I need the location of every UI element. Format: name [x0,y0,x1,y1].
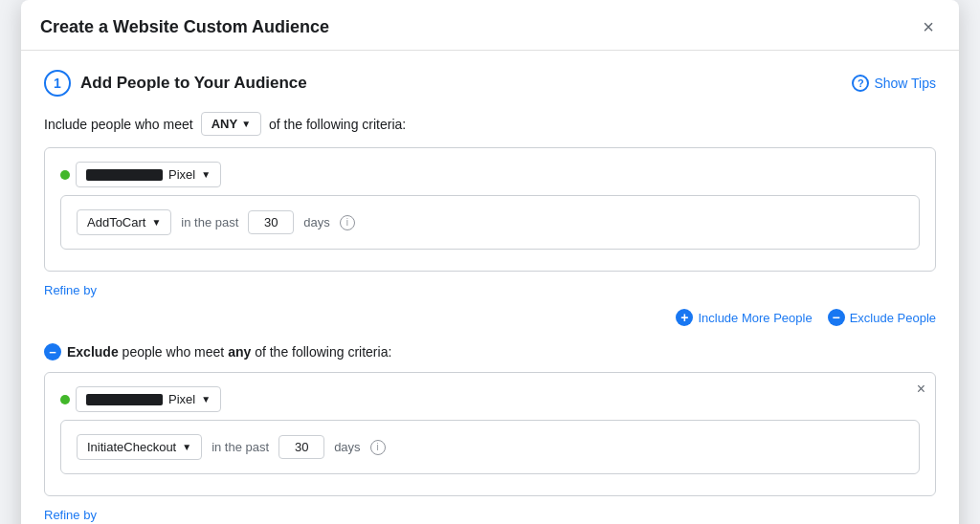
include-box: Pixel ▼ AddToCart ▼ in the past days i [44,147,936,272]
section-header: 1 Add People to Your Audience ? Show Tip… [44,70,936,97]
section-title: Add People to Your Audience [80,74,307,93]
exclude-pixel-label: Pixel [168,392,195,406]
exclude-section: − Exclude people who meet any of the fol… [44,343,936,524]
exclude-in-past-label: in the past [212,440,269,454]
close-button[interactable]: × [917,15,940,38]
exclude-header-text: Exclude people who meet any of the follo… [67,344,391,360]
exclude-event-chevron-icon: ▼ [182,442,191,452]
any-dropdown[interactable]: ANY ▼ [201,112,261,136]
exclude-header-icon: − [44,343,61,360]
pixel-label: Pixel [168,167,195,182]
exclude-box-close-button[interactable]: × [917,381,925,398]
include-event-box: AddToCart ▼ in the past days i [60,195,920,250]
days-label: days [303,215,329,229]
include-more-label: Include More People [698,311,812,325]
exclude-event-inner: InitiateCheckout ▼ in the past days i [77,434,903,460]
exclude-pixel-status-dot [60,395,70,404]
pixel-chevron-icon: ▼ [201,169,211,180]
exclude-suffix: people who meet [122,344,225,360]
exclude-refine-link[interactable]: Refine by [44,508,97,522]
modal: Create a Website Custom Audience × 1 Add… [21,0,959,524]
include-label-before: Include people who meet [44,117,193,132]
include-label-after: of the following criteria: [269,117,406,132]
action-buttons-row: + Include More People − Exclude People [44,309,936,326]
include-event-inner: AddToCart ▼ in the past days i [77,209,903,235]
exclude-people-label-top: Exclude People [850,311,936,325]
exclude-box: × Pixel ▼ InitiateCheckout ▼ [44,372,936,496]
exclude-days-input[interactable] [278,435,324,459]
exclude-header: − Exclude people who meet any of the fol… [44,343,936,360]
section-title-row: 1 Add People to Your Audience [44,70,307,97]
exclude-pixel-row: Pixel ▼ [60,386,920,412]
modal-title: Create a Website Custom Audience [40,17,329,37]
exclude-event-label: InitiateCheckout [87,440,176,454]
exclude-pixel-name-bar [86,394,163,405]
include-pixel-selector[interactable]: Pixel ▼ [76,162,221,187]
include-days-input[interactable] [248,210,294,234]
include-pixel-row: Pixel ▼ [60,162,920,187]
addtocart-dropdown[interactable]: AddToCart ▼ [77,209,171,235]
chevron-down-icon: ▼ [241,119,251,129]
include-more-people-button[interactable]: + Include More People [676,309,812,326]
exclude-minus-icon-top: − [828,309,845,326]
include-refine-link[interactable]: Refine by [44,283,97,297]
exclude-days-info-icon[interactable]: i [370,440,386,455]
days-info-icon[interactable]: i [340,215,355,230]
event-chevron-icon: ▼ [151,217,161,228]
show-tips-button[interactable]: ? Show Tips [852,75,936,92]
exclude-any-bold: any [228,344,251,360]
tip-icon: ? [852,75,869,92]
exclude-criteria-suffix: of the following criteria: [255,344,391,360]
step-circle: 1 [44,70,71,97]
exclude-days-label: days [334,440,360,454]
exclude-pixel-selector[interactable]: Pixel ▼ [76,386,221,412]
exclude-people-button-top[interactable]: − Exclude People [828,309,936,326]
pixel-status-dot [60,170,70,180]
any-label: ANY [212,117,237,131]
initiatecheckout-dropdown[interactable]: InitiateCheckout ▼ [77,434,202,460]
pixel-name-bar [86,169,163,181]
in-past-label: in the past [181,215,238,229]
include-criteria-row: Include people who meet ANY ▼ of the fol… [44,112,936,136]
exclude-pixel-chevron-icon: ▼ [201,394,211,404]
include-more-plus-icon: + [676,309,693,326]
show-tips-label: Show Tips [874,76,936,91]
modal-header: Create a Website Custom Audience × [21,0,959,51]
modal-body: 1 Add People to Your Audience ? Show Tip… [21,51,959,524]
exclude-bold: Exclude [67,344,119,360]
event-label: AddToCart [87,215,145,229]
exclude-event-box: InitiateCheckout ▼ in the past days i [60,420,920,474]
